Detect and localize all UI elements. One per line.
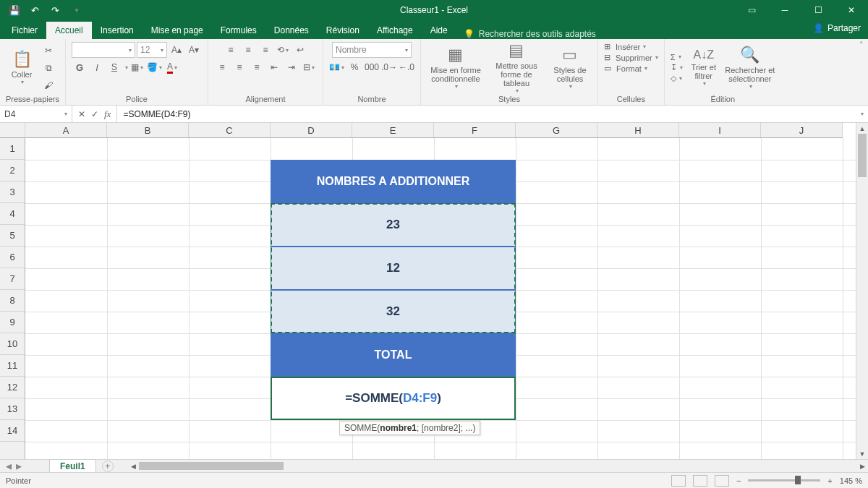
cut-icon[interactable]: ✂ [41,43,56,59]
currency-icon[interactable]: 💶▾ [329,59,345,75]
normal-view-icon[interactable] [671,475,686,487]
zoom-slider[interactable] [748,479,820,481]
select-all-corner[interactable] [0,123,25,138]
coller-button[interactable]: 📋 Coller ▾ [6,44,38,92]
row-header-4[interactable]: 4 [0,203,25,225]
row-header-13[interactable]: 13 [0,398,25,420]
thousands-icon[interactable]: 000 [364,59,380,75]
autosum-button[interactable]: Σ▾ [671,53,681,61]
decrease-font-icon[interactable]: A▾ [186,42,202,58]
horizontal-scrollbar[interactable]: ◀ ▶ [128,460,868,472]
delete-button[interactable]: ⊟ Supprimer▾ [604,53,658,62]
align-center-icon[interactable]: ≡ [231,59,247,75]
row-header-7[interactable]: 7 [0,268,25,290]
zoom-out-icon[interactable]: − [736,476,741,485]
row-header-14[interactable]: 14 [0,420,25,442]
col-header-J[interactable]: J [761,123,843,137]
align-left-icon[interactable]: ≡ [214,59,230,75]
sheet-tab-feuil1[interactable]: Feuil1 [49,459,96,473]
row-header-12[interactable]: 12 [0,377,25,398]
col-header-E[interactable]: E [352,123,434,137]
vertical-scrollbar[interactable]: ▲ ▼ [856,123,868,459]
tab-miseenpage[interactable]: Mise en page [142,22,212,39]
row-header-2[interactable]: 2 [0,160,25,181]
col-header-F[interactable]: F [434,123,516,137]
close-icon[interactable]: ✕ [835,0,868,20]
align-bottom-icon[interactable]: ≡ [258,42,273,58]
sort-filter-button[interactable]: A↓Z Trier et filtrer▾ [686,44,722,92]
conditional-format-button[interactable]: ▦ Mise en forme conditionnelle▾ [427,44,485,92]
tab-donnees[interactable]: Données [265,22,318,39]
ribbon-display-icon[interactable]: ▭ [735,0,768,20]
insert-button[interactable]: ⊞ Insérer▾ [604,42,646,51]
tab-scroll-left-icon[interactable]: ◂ [6,459,12,473]
align-middle-icon[interactable]: ≡ [240,42,256,58]
add-sheet-icon[interactable]: + [102,461,114,472]
orientation-icon[interactable]: ⟲▾ [275,42,291,58]
hscroll-thumb[interactable] [139,462,284,470]
align-top-icon[interactable]: ≡ [223,42,239,58]
increase-indent-icon[interactable]: ⇥ [284,59,299,75]
save-icon[interactable]: 💾 [7,3,22,17]
scroll-down-icon[interactable]: ▼ [856,448,868,459]
row-header-10[interactable]: 10 [0,333,25,355]
scroll-right-icon[interactable]: ▶ [857,460,868,472]
enter-formula-icon[interactable]: ✓ [91,109,98,119]
clear-button[interactable]: ◇▾ [671,74,682,83]
redo-icon[interactable]: ↷ [48,3,62,17]
formula-cell[interactable]: =SOMME(D4:F9) [271,377,516,420]
decrease-indent-icon[interactable]: ⇤ [266,59,282,75]
col-header-D[interactable]: D [271,123,352,137]
percent-icon[interactable]: % [346,59,362,75]
bold-button[interactable]: G [72,59,88,75]
zoom-level[interactable]: 145 % [840,476,862,485]
header-nombres[interactable]: NOMBRES A ADDITIONNER [271,160,516,203]
format-button[interactable]: ▭ Format▾ [604,64,647,73]
tab-aide[interactable]: Aide [422,22,456,39]
font-color-icon[interactable]: A▾ [164,59,180,75]
fill-button[interactable]: ↧▾ [671,63,683,72]
col-header-I[interactable]: I [679,123,761,137]
borders-icon[interactable]: ▦▾ [129,59,145,75]
tab-formules[interactable]: Formules [212,22,265,39]
tab-scroll-right-icon[interactable]: ▸ [16,459,22,473]
wrap-text-icon[interactable]: ↩ [292,42,308,58]
col-header-G[interactable]: G [516,123,597,137]
cancel-formula-icon[interactable]: ✕ [78,109,85,119]
scroll-thumb[interactable] [858,134,867,177]
zoom-in-icon[interactable]: + [827,476,832,485]
page-layout-view-icon[interactable] [693,475,707,487]
row-header-8[interactable]: 8 [0,290,25,312]
share-button[interactable]: 👤 Partager [813,23,861,33]
row-header-11[interactable]: 11 [0,355,25,377]
increase-font-icon[interactable]: A▴ [169,42,184,58]
scroll-up-icon[interactable]: ▲ [856,123,868,134]
page-break-view-icon[interactable] [715,475,729,487]
row-header-9[interactable]: 9 [0,312,25,333]
row-header-5[interactable]: 5 [0,225,25,247]
align-right-icon[interactable]: ≡ [249,59,265,75]
scroll-left-icon[interactable]: ◀ [128,460,139,472]
formula-input[interactable]: =SOMME(D4:F9) [117,109,859,119]
col-header-H[interactable]: H [597,123,679,137]
qat-customize-icon[interactable]: ▼ [69,3,84,17]
row-header-3[interactable]: 3 [0,181,25,203]
name-box[interactable]: D4▾ [0,106,72,122]
row-header-6[interactable]: 6 [0,247,25,268]
maximize-icon[interactable]: ☐ [801,0,835,20]
merge-icon[interactable]: ⊟▾ [301,59,317,75]
number-format-selector[interactable]: Nombre▾ [332,42,412,58]
fx-icon[interactable]: fx [104,108,111,120]
minimize-icon[interactable]: ─ [768,0,801,20]
tellme-search[interactable]: 💡 Rechercher des outils adaptés [456,29,603,39]
fill-color-icon[interactable]: 🪣▾ [147,59,163,75]
undo-icon[interactable]: ↶ [27,3,42,17]
increase-decimal-icon[interactable]: .0→ [381,59,397,75]
collapse-ribbon-icon[interactable]: ˄ [855,39,868,105]
col-header-B[interactable]: B [107,123,189,137]
tab-accueil[interactable]: Accueil [46,22,92,39]
decrease-decimal-icon[interactable]: ←.0 [399,59,414,75]
format-painter-icon[interactable]: 🖌 [41,77,56,93]
find-select-button[interactable]: 🔍 Rechercher et sélectionner▾ [725,44,775,92]
italic-button[interactable]: I [89,59,105,75]
